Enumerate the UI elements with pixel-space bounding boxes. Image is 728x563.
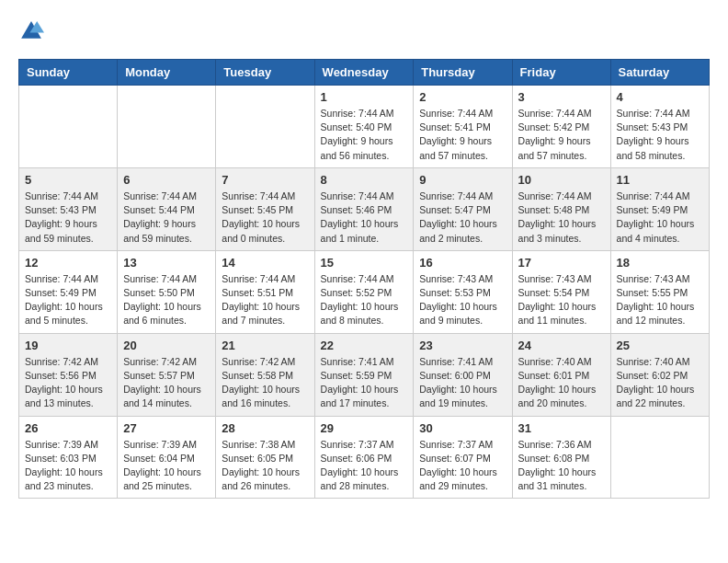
day-info: Sunrise: 7:39 AM Sunset: 6:04 PM Dayligh… [123, 438, 210, 494]
calendar-cell: 4Sunrise: 7:44 AM Sunset: 5:43 PM Daylig… [610, 86, 709, 168]
day-info: Sunrise: 7:44 AM Sunset: 5:50 PM Dayligh… [123, 272, 210, 328]
day-info: Sunrise: 7:43 AM Sunset: 5:55 PM Dayligh… [617, 272, 703, 328]
calendar-cell: 12Sunrise: 7:44 AM Sunset: 5:49 PM Dayli… [19, 250, 118, 333]
day-number: 26 [25, 421, 111, 435]
day-number: 1 [321, 90, 408, 104]
calendar-table: SundayMondayTuesdayWednesdayThursdayFrid… [18, 59, 710, 499]
day-number: 7 [222, 173, 308, 187]
day-number: 31 [518, 421, 605, 435]
day-number: 9 [419, 173, 506, 187]
day-number: 10 [518, 173, 605, 187]
day-info: Sunrise: 7:44 AM Sunset: 5:43 PM Dayligh… [25, 190, 111, 246]
day-info: Sunrise: 7:41 AM Sunset: 6:00 PM Dayligh… [419, 355, 506, 411]
calendar-cell [216, 86, 314, 168]
day-number: 23 [419, 339, 506, 352]
calendar-cell: 26Sunrise: 7:39 AM Sunset: 6:03 PM Dayli… [19, 416, 118, 499]
day-number: 29 [321, 421, 408, 435]
day-number: 13 [123, 256, 210, 270]
calendar-cell: 1Sunrise: 7:44 AM Sunset: 5:40 PM Daylig… [314, 86, 414, 168]
day-number: 5 [25, 173, 111, 187]
calendar-cell [118, 86, 216, 168]
day-info: Sunrise: 7:42 AM Sunset: 5:58 PM Dayligh… [222, 355, 308, 411]
calendar-cell: 21Sunrise: 7:42 AM Sunset: 5:58 PM Dayli… [216, 333, 314, 416]
day-info: Sunrise: 7:42 AM Sunset: 5:57 PM Dayligh… [123, 355, 210, 411]
day-of-week-header: Monday [118, 60, 216, 86]
calendar-cell: 10Sunrise: 7:44 AM Sunset: 5:48 PM Dayli… [512, 167, 610, 250]
day-info: Sunrise: 7:44 AM Sunset: 5:42 PM Dayligh… [518, 107, 605, 163]
page-header [18, 18, 710, 44]
day-info: Sunrise: 7:44 AM Sunset: 5:43 PM Dayligh… [617, 107, 703, 163]
day-info: Sunrise: 7:42 AM Sunset: 5:56 PM Dayligh… [25, 355, 111, 411]
calendar-week-row: 26Sunrise: 7:39 AM Sunset: 6:03 PM Dayli… [19, 416, 710, 499]
calendar-cell: 16Sunrise: 7:43 AM Sunset: 5:53 PM Dayli… [414, 250, 512, 333]
day-number: 19 [25, 339, 111, 352]
day-info: Sunrise: 7:44 AM Sunset: 5:45 PM Dayligh… [222, 190, 308, 246]
calendar-cell: 22Sunrise: 7:41 AM Sunset: 5:59 PM Dayli… [314, 333, 414, 416]
calendar-cell: 30Sunrise: 7:37 AM Sunset: 6:07 PM Dayli… [414, 416, 512, 499]
day-number: 25 [617, 339, 703, 352]
calendar-cell [610, 416, 709, 499]
day-number: 4 [617, 90, 703, 104]
day-info: Sunrise: 7:44 AM Sunset: 5:41 PM Dayligh… [419, 107, 506, 163]
calendar-cell: 24Sunrise: 7:40 AM Sunset: 6:01 PM Dayli… [512, 333, 610, 416]
day-number: 3 [518, 90, 605, 104]
calendar-cell: 17Sunrise: 7:43 AM Sunset: 5:54 PM Dayli… [512, 250, 610, 333]
day-of-week-header: Tuesday [216, 60, 314, 86]
day-info: Sunrise: 7:44 AM Sunset: 5:51 PM Dayligh… [222, 272, 308, 328]
day-number: 17 [518, 256, 605, 270]
calendar-cell: 14Sunrise: 7:44 AM Sunset: 5:51 PM Dayli… [216, 250, 314, 333]
logo [18, 18, 48, 44]
day-number: 11 [617, 173, 703, 187]
day-number: 6 [123, 173, 210, 187]
day-info: Sunrise: 7:37 AM Sunset: 6:06 PM Dayligh… [321, 438, 408, 494]
calendar-week-row: 5Sunrise: 7:44 AM Sunset: 5:43 PM Daylig… [19, 167, 710, 250]
day-number: 21 [222, 339, 308, 352]
day-info: Sunrise: 7:44 AM Sunset: 5:46 PM Dayligh… [321, 190, 408, 246]
calendar-cell: 23Sunrise: 7:41 AM Sunset: 6:00 PM Dayli… [414, 333, 512, 416]
day-number: 2 [419, 90, 506, 104]
logo-icon [18, 18, 44, 44]
calendar-cell: 7Sunrise: 7:44 AM Sunset: 5:45 PM Daylig… [216, 167, 314, 250]
day-info: Sunrise: 7:43 AM Sunset: 5:53 PM Dayligh… [419, 272, 506, 328]
calendar-cell: 31Sunrise: 7:36 AM Sunset: 6:08 PM Dayli… [512, 416, 610, 499]
day-info: Sunrise: 7:44 AM Sunset: 5:48 PM Dayligh… [518, 190, 605, 246]
calendar-cell: 15Sunrise: 7:44 AM Sunset: 5:52 PM Dayli… [314, 250, 414, 333]
calendar-week-row: 12Sunrise: 7:44 AM Sunset: 5:49 PM Dayli… [19, 250, 710, 333]
day-info: Sunrise: 7:44 AM Sunset: 5:44 PM Dayligh… [123, 190, 210, 246]
calendar-cell: 6Sunrise: 7:44 AM Sunset: 5:44 PM Daylig… [118, 167, 216, 250]
day-info: Sunrise: 7:43 AM Sunset: 5:54 PM Dayligh… [518, 272, 605, 328]
day-info: Sunrise: 7:41 AM Sunset: 5:59 PM Dayligh… [321, 355, 408, 411]
day-info: Sunrise: 7:44 AM Sunset: 5:52 PM Dayligh… [321, 272, 408, 328]
calendar-cell: 27Sunrise: 7:39 AM Sunset: 6:04 PM Dayli… [118, 416, 216, 499]
calendar-cell: 20Sunrise: 7:42 AM Sunset: 5:57 PM Dayli… [118, 333, 216, 416]
day-info: Sunrise: 7:44 AM Sunset: 5:49 PM Dayligh… [617, 190, 703, 246]
calendar-cell [19, 86, 118, 168]
calendar-cell: 2Sunrise: 7:44 AM Sunset: 5:41 PM Daylig… [414, 86, 512, 168]
day-of-week-header: Wednesday [314, 60, 414, 86]
day-number: 8 [321, 173, 408, 187]
day-of-week-header: Friday [512, 60, 610, 86]
day-info: Sunrise: 7:37 AM Sunset: 6:07 PM Dayligh… [419, 438, 506, 494]
day-number: 16 [419, 256, 506, 270]
day-number: 24 [518, 339, 605, 352]
calendar-cell: 13Sunrise: 7:44 AM Sunset: 5:50 PM Dayli… [118, 250, 216, 333]
day-number: 27 [123, 421, 210, 435]
calendar-week-row: 19Sunrise: 7:42 AM Sunset: 5:56 PM Dayli… [19, 333, 710, 416]
calendar-cell: 18Sunrise: 7:43 AM Sunset: 5:55 PM Dayli… [610, 250, 709, 333]
calendar-cell: 25Sunrise: 7:40 AM Sunset: 6:02 PM Dayli… [610, 333, 709, 416]
calendar-week-row: 1Sunrise: 7:44 AM Sunset: 5:40 PM Daylig… [19, 86, 710, 168]
day-of-week-header: Sunday [19, 60, 118, 86]
day-number: 15 [321, 256, 408, 270]
day-number: 20 [123, 339, 210, 352]
day-info: Sunrise: 7:36 AM Sunset: 6:08 PM Dayligh… [518, 438, 605, 494]
day-number: 18 [617, 256, 703, 270]
day-number: 28 [222, 421, 308, 435]
day-of-week-header: Saturday [610, 60, 709, 86]
day-number: 12 [25, 256, 111, 270]
day-info: Sunrise: 7:38 AM Sunset: 6:05 PM Dayligh… [222, 438, 308, 494]
calendar-cell: 3Sunrise: 7:44 AM Sunset: 5:42 PM Daylig… [512, 86, 610, 168]
day-info: Sunrise: 7:44 AM Sunset: 5:49 PM Dayligh… [25, 272, 111, 328]
day-number: 14 [222, 256, 308, 270]
calendar-cell: 19Sunrise: 7:42 AM Sunset: 5:56 PM Dayli… [19, 333, 118, 416]
day-number: 22 [321, 339, 408, 352]
